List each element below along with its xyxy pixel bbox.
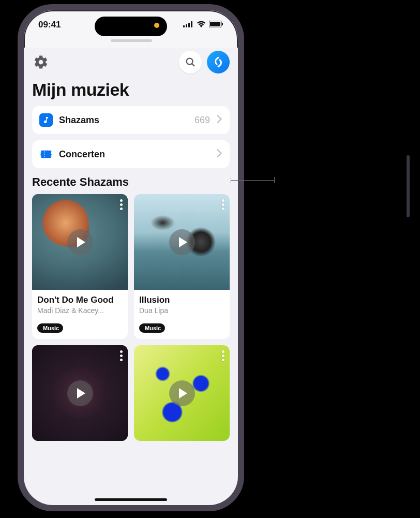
apple-music-badge[interactable]: Music [139,323,165,333]
settings-button[interactable] [32,53,50,71]
play-button[interactable] [169,380,195,406]
battery-icon [209,20,223,30]
concerts-row[interactable]: Concerten [32,140,230,168]
shazams-row[interactable]: Shazams 669 [32,106,230,134]
track-card[interactable]: Don't Do Me Good Madi Diaz & Kacey... Mu… [32,194,128,339]
search-icon [185,56,196,68]
shazams-count: 669 [194,115,210,126]
apple-music-badge[interactable]: Music [37,323,63,333]
svg-rect-1 [186,24,187,27]
recent-section-title: Recente Shazams [32,175,230,189]
status-time: 09:41 [38,20,61,30]
track-card[interactable] [134,345,230,441]
cellular-icon [183,20,193,30]
more-icon[interactable] [222,350,224,361]
shazam-icon [211,55,226,69]
play-button[interactable] [67,380,93,406]
screen: Mijn muziek Shazams 669 Concerten Recent… [24,48,238,505]
play-button[interactable] [67,229,93,255]
svg-rect-5 [210,22,220,26]
album-art [32,345,128,441]
grabber [111,39,152,42]
svg-rect-0 [183,25,185,27]
svg-line-8 [192,64,194,66]
track-card[interactable] [32,345,128,441]
chevron-right-icon [216,149,222,159]
track-title: Don't Do Me Good [37,295,123,305]
more-icon[interactable] [222,199,224,210]
search-button[interactable] [179,51,202,73]
gear-icon [33,54,49,70]
concerts-label: Concerten [59,149,210,160]
recent-grid: Don't Do Me Good Madi Diaz & Kacey... Mu… [32,194,230,441]
wifi-icon [197,20,206,30]
shazam-button[interactable] [207,51,230,73]
play-button[interactable] [169,229,195,255]
status-bar: 09:41 [24,20,238,30]
home-indicator[interactable] [95,498,167,501]
music-note-icon [39,113,53,127]
track-title: Illusion [139,295,224,305]
svg-rect-3 [191,21,192,27]
callout-line [231,180,275,181]
album-art [32,194,128,290]
track-artist: Madi Diaz & Kacey... [37,306,123,315]
phone-frame: 09:41 [18,4,244,511]
more-icon[interactable] [120,199,123,210]
toolbar [32,48,230,75]
svg-rect-6 [222,23,223,25]
track-artist: Dua Lipa [139,306,224,315]
track-card[interactable]: Illusion Dua Lipa Music [134,194,230,339]
svg-rect-2 [188,23,190,27]
side-button [407,155,410,217]
more-icon[interactable] [120,350,123,361]
chevron-right-icon [216,115,222,125]
album-art [134,345,230,441]
page-title: Mijn muziek [32,80,230,100]
shazams-label: Shazams [59,115,188,126]
album-art [134,194,230,290]
ticket-icon [39,147,53,161]
